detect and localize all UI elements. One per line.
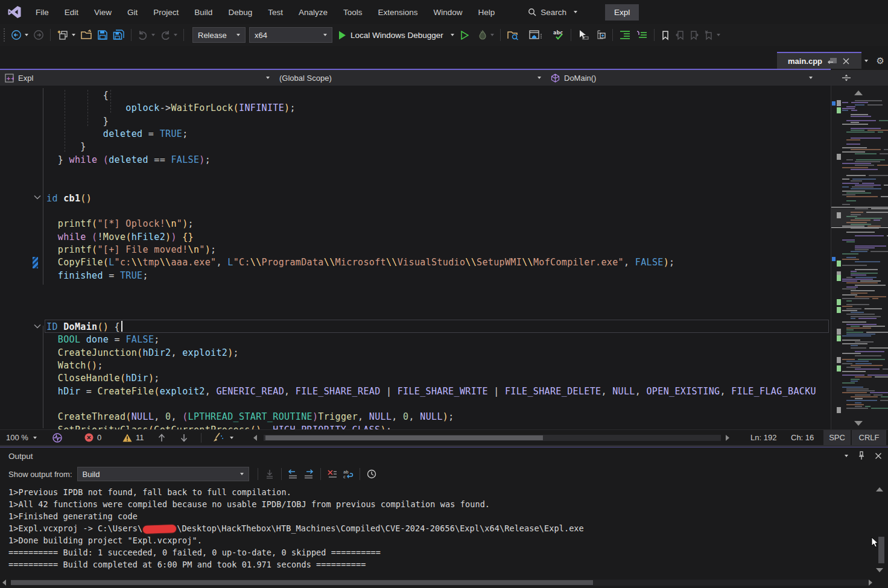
menu-git[interactable]: Git xyxy=(119,0,145,24)
warning-count[interactable]: 11 xyxy=(122,430,144,445)
search-icon xyxy=(528,8,536,16)
output-horizontal-scrollbar[interactable] xyxy=(0,578,888,587)
spell-check-button[interactable]: abc xyxy=(551,27,566,43)
code-text[interactable]: { oplock->WaitForLock(INFINITE); } delet… xyxy=(46,89,816,429)
spaces-indicator[interactable]: SPC xyxy=(823,430,851,445)
code-cleanup-button[interactable] xyxy=(212,430,233,445)
menu-project[interactable]: Project xyxy=(145,0,186,24)
output-source-dropdown[interactable]: Build xyxy=(77,467,249,481)
toolbar-separator xyxy=(612,29,613,41)
scroll-down-arrow-icon[interactable] xyxy=(854,421,863,426)
menu-build[interactable]: Build xyxy=(186,0,220,24)
redo-button[interactable] xyxy=(158,27,179,43)
clear-all-button[interactable] xyxy=(325,467,340,481)
timestamp-button[interactable] xyxy=(364,467,379,481)
undo-button[interactable] xyxy=(136,27,157,43)
menu-window[interactable]: Window xyxy=(426,0,471,24)
text-caret xyxy=(121,321,122,332)
tab-main-cpp[interactable]: main.cpp xyxy=(777,52,861,69)
output-log-text[interactable]: 1>Previous IPDB not found, fall back to … xyxy=(8,486,584,571)
toggle-bookmark-button[interactable] xyxy=(659,27,672,43)
editor-horizontal-scrollbar[interactable] xyxy=(264,435,721,441)
next-bookmark-button[interactable] xyxy=(688,27,701,43)
previous-message-button[interactable] xyxy=(285,467,301,481)
menu-tools[interactable]: Tools xyxy=(335,0,370,24)
tab-list-caret-icon[interactable] xyxy=(864,60,868,62)
previous-bookmark-button[interactable] xyxy=(673,27,687,43)
split-editor-icon[interactable] xyxy=(841,73,852,83)
toolbar-separator xyxy=(183,29,184,41)
solution-name-button[interactable]: Expl xyxy=(605,4,639,21)
output-header[interactable]: Output xyxy=(0,447,888,464)
menu-test[interactable]: Test xyxy=(260,0,291,24)
code-editor[interactable]: { oplock->WaitForLock(INFINITE); } delet… xyxy=(0,86,831,429)
solution-configuration-dropdown[interactable]: Release xyxy=(192,27,246,43)
scope-dropdown[interactable]: (Global Scope) xyxy=(274,71,546,85)
next-issue-button[interactable] xyxy=(180,430,188,445)
menu-edit[interactable]: Edit xyxy=(57,0,86,24)
copy-structure-button[interactable] xyxy=(592,27,608,43)
output-scroll-down-icon[interactable] xyxy=(876,568,883,572)
hscroll-right-arrow[interactable] xyxy=(726,430,729,445)
line-ending-indicator[interactable]: CRLF xyxy=(852,430,886,445)
keep-tab-open-icon[interactable] xyxy=(828,57,837,65)
search-box[interactable]: Search xyxy=(523,0,582,24)
navigate-forward-button[interactable] xyxy=(31,27,46,43)
navigate-back-button[interactable] xyxy=(9,27,30,43)
menu-extensions[interactable]: Extensions xyxy=(370,0,426,24)
previous-issue-button[interactable] xyxy=(158,430,165,445)
menu-file[interactable]: File xyxy=(28,0,57,24)
tab-options-gear-icon[interactable]: ⚙ xyxy=(877,55,884,66)
menu-debug[interactable]: Debug xyxy=(220,0,260,24)
zoom-dropdown[interactable]: 100 % xyxy=(6,430,41,445)
project-dropdown[interactable]: ++ Expl xyxy=(0,71,274,85)
solution-platform-dropdown[interactable]: x64 xyxy=(249,27,332,43)
fold-chevron-icon[interactable] xyxy=(34,195,41,200)
close-panel-icon[interactable] xyxy=(875,452,882,460)
minimap-viewport-indicator[interactable] xyxy=(831,207,888,228)
start-debugging-button[interactable]: Local Windows Debugger xyxy=(338,31,454,40)
next-message-button[interactable] xyxy=(301,467,317,481)
start-without-debugging-button[interactable] xyxy=(459,27,471,43)
column-indicator[interactable]: Ch: 16 xyxy=(791,430,814,445)
member-caret-icon xyxy=(809,77,813,79)
save-all-button[interactable] xyxy=(111,27,127,43)
output-scroll-up-icon[interactable] xyxy=(876,487,883,492)
close-tab-icon[interactable] xyxy=(843,58,849,65)
live-share-button[interactable] xyxy=(527,27,544,43)
hscroll-left-arrow[interactable] xyxy=(253,430,257,445)
decrease-indent-button[interactable] xyxy=(617,27,633,43)
editor-minimap[interactable] xyxy=(831,86,888,429)
menu-view[interactable]: View xyxy=(86,0,119,24)
error-count[interactable]: 0 xyxy=(84,430,101,445)
goto-message-button[interactable] xyxy=(262,467,278,481)
find-in-files-button[interactable] xyxy=(505,27,521,43)
menu-help[interactable]: Help xyxy=(471,0,503,24)
word-wrap-button[interactable]: ab c xyxy=(340,467,356,481)
pin-icon[interactable] xyxy=(858,451,865,460)
member-dropdown[interactable]: DoMain() xyxy=(546,71,817,85)
window-position-caret-icon[interactable] xyxy=(845,455,848,457)
standard-toolbar: Release x64 Local Windows Debugger xyxy=(0,24,888,46)
output-hscroll-left-icon[interactable] xyxy=(2,580,6,586)
toolbar-grip-handle[interactable] xyxy=(4,28,5,42)
menu-analyze[interactable]: Analyze xyxy=(291,0,335,24)
search-label: Search xyxy=(541,8,566,17)
fold-chevron-icon[interactable] xyxy=(34,324,41,329)
save-button[interactable] xyxy=(95,27,110,43)
performance-profiler-button[interactable] xyxy=(476,27,496,43)
output-hscroll-right-icon[interactable] xyxy=(869,580,872,586)
document-health-indicator[interactable] xyxy=(52,430,63,445)
output-hscroll-thumb[interactable] xyxy=(11,580,593,585)
scroll-up-arrow-icon[interactable] xyxy=(854,90,863,95)
navigate-back-icon xyxy=(11,30,22,40)
redo-icon xyxy=(160,30,171,40)
clear-bookmarks-button[interactable] xyxy=(702,27,722,43)
line-value: Ln: 192 xyxy=(750,433,776,442)
increase-indent-button[interactable] xyxy=(634,27,650,43)
selection-tool-button[interactable] xyxy=(576,27,591,43)
new-project-button[interactable] xyxy=(55,27,77,43)
line-indicator[interactable]: Ln: 192 xyxy=(750,430,776,445)
hscroll-thumb[interactable] xyxy=(265,435,543,440)
open-file-button[interactable] xyxy=(78,27,94,43)
